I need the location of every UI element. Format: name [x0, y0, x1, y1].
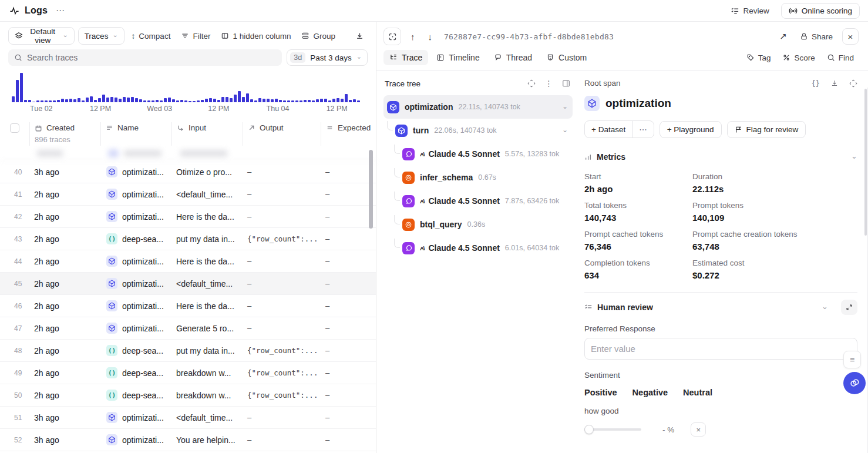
- span-metrics: 7.87s, 63426 tok: [505, 197, 559, 205]
- cell-name: optimizati...: [100, 300, 171, 311]
- review-button[interactable]: Review: [727, 4, 772, 18]
- trace-tree-node[interactable]: infer_schema 0.67s: [383, 166, 573, 189]
- table-row[interactable]: 40 3h ago optimizati... Otimize o pro...…: [0, 161, 376, 183]
- page-menu-button[interactable]: ⋯: [56, 5, 65, 16]
- table-row[interactable]: 48 2h ago () deep-sea... put my data in.…: [0, 340, 376, 362]
- column-header-input[interactable]: Input: [171, 122, 243, 146]
- assistant-logo-button[interactable]: [843, 372, 866, 394]
- trace-tree-node[interactable]: btql_query 0.36s: [383, 213, 573, 236]
- slider-thumb[interactable]: [584, 425, 594, 434]
- page-title: Logs: [25, 5, 48, 16]
- dataset-more-button[interactable]: ⋯: [632, 121, 654, 137]
- trace-tree-node[interactable]: A\Claude 4.5 Sonnet 6.01s, 64034 tok: [383, 236, 573, 260]
- move-icon[interactable]: [527, 79, 536, 88]
- group-button[interactable]: Group: [298, 29, 339, 43]
- trace-tree-pane: Trace tree ⋮ optimization 22.11s, 140743…: [376, 71, 576, 453]
- cell-name: optimizati...: [100, 166, 171, 177]
- tab-timeline[interactable]: Timeline: [430, 50, 485, 65]
- table-row[interactable]: 47 2h ago optimizati... Generate 5 ro...…: [0, 317, 376, 340]
- hidden-columns-button[interactable]: 1 hidden column: [217, 29, 294, 43]
- column-header-output[interactable]: Output: [243, 122, 321, 146]
- chevron-down-icon[interactable]: ⌄: [562, 103, 568, 110]
- tree-connector: [394, 239, 400, 248]
- table-row[interactable]: 41 2h ago optimizati... <default_time...…: [0, 183, 376, 206]
- view-json-button[interactable]: {}: [812, 79, 820, 88]
- sentiment-option-neutral[interactable]: Neutral: [683, 388, 712, 397]
- table-row[interactable]: 49 2h ago () deep-sea... breakdown w... …: [0, 362, 376, 384]
- move-icon[interactable]: [849, 79, 857, 88]
- focus-span-button[interactable]: [383, 28, 401, 45]
- trace-tree-node[interactable]: A\Claude 4.5 Sonnet 5.57s, 13283 tok: [383, 142, 573, 166]
- table-row[interactable]: 52 3h ago optimizati... You are helpin..…: [0, 429, 376, 451]
- task-icon: [387, 101, 399, 113]
- cell-expected: –: [321, 190, 376, 199]
- score-button[interactable]: Score: [778, 51, 819, 65]
- table-row[interactable]: 46 2h ago optimizati... Here is the da..…: [0, 295, 376, 317]
- cell-input: Here is the da...: [171, 212, 243, 222]
- histogram-bar: [275, 99, 278, 102]
- open-fullscreen-button[interactable]: ↗: [776, 30, 790, 43]
- cell-created: 2h ago: [29, 257, 100, 266]
- previous-trace-button[interactable]: ↑: [407, 31, 419, 43]
- online-scoring-button[interactable]: Online scoring: [781, 3, 860, 19]
- trace-histogram[interactable]: Tue 0212 PMWed 0312 PMThu 0412 PM: [0, 69, 376, 115]
- text-lines-icon: [106, 124, 113, 132]
- preferred-response-input[interactable]: [584, 338, 857, 360]
- trace-tree-node[interactable]: A\Claude 4.5 Sonnet 7.87s, 63426 tok: [383, 189, 573, 213]
- column-header-created[interactable]: Created 896 traces: [29, 122, 100, 146]
- collapse-review-button[interactable]: ⌄: [822, 303, 828, 310]
- clear-score-button[interactable]: ×: [691, 422, 706, 437]
- chevron-down-icon[interactable]: ⌄: [562, 126, 568, 133]
- span-name: btql_query: [420, 220, 462, 229]
- view-selector[interactable]: Default view⌄: [8, 27, 75, 45]
- tab-custom[interactable]: Custom: [540, 50, 593, 65]
- panel-toggle-icon[interactable]: [562, 79, 570, 88]
- table-scrollbar[interactable]: [369, 150, 373, 229]
- time-range-selector[interactable]: 3d Past 3 days ⌄: [287, 49, 368, 66]
- score-slider[interactable]: [584, 425, 641, 434]
- sentiment-option-negative[interactable]: Negative: [633, 388, 668, 397]
- next-trace-button[interactable]: ↓: [425, 31, 436, 43]
- table-row[interactable]: 50 2h ago () deep-sea... breakdown w... …: [0, 384, 376, 407]
- trace-tree-node[interactable]: turn 22.06s, 140743 tok ⌄: [383, 119, 573, 142]
- table-row[interactable]: 51 3h ago optimizati... <default_time...…: [0, 407, 376, 429]
- table-row[interactable]: 45 2h ago optimizati... <default_time...…: [0, 273, 376, 295]
- table-row[interactable]: 44 2h ago optimizati... Here is the da..…: [0, 250, 376, 273]
- task-icon: [106, 256, 117, 267]
- find-button[interactable]: Find: [822, 51, 859, 65]
- filter-button[interactable]: Filter: [177, 29, 214, 43]
- histogram-bar: [300, 100, 302, 102]
- sentiment-option-positive[interactable]: Positive: [584, 388, 617, 397]
- search-input[interactable]: [27, 53, 276, 62]
- tree-menu-icon[interactable]: ⋮: [545, 79, 553, 88]
- column-header-name[interactable]: Name: [100, 122, 171, 146]
- export-button[interactable]: [352, 29, 368, 43]
- metric-label: Prompt tokens: [692, 201, 857, 210]
- open-in-playground-button[interactable]: + Playground: [660, 121, 722, 138]
- trace-tree-node[interactable]: optimization 22.11s, 140743 tok ⌄: [383, 95, 573, 119]
- column-header-expected[interactable]: Expected: [321, 122, 376, 146]
- compact-toggle[interactable]: ↕ Compact: [128, 29, 174, 43]
- metric-label: Estimated cost: [692, 259, 857, 267]
- collapse-metrics-button[interactable]: ⌄: [851, 152, 857, 160]
- download-span-button[interactable]: [830, 79, 839, 88]
- close-panel-button[interactable]: ×: [842, 28, 859, 45]
- add-to-dataset-button[interactable]: + Dataset: [585, 121, 632, 137]
- detail-scrollbar[interactable]: [864, 89, 867, 236]
- tag-button[interactable]: Tag: [742, 51, 776, 65]
- search-traces-box[interactable]: [8, 49, 282, 66]
- tab-thread[interactable]: Thread: [488, 50, 538, 65]
- share-button[interactable]: Share: [796, 30, 836, 43]
- table-row[interactable]: 43 2h ago () deep-sea... put my data in.…: [0, 228, 376, 250]
- tab-trace[interactable]: Trace: [383, 50, 428, 65]
- expand-review-button[interactable]: [841, 300, 857, 315]
- traces-selector[interactable]: Traces⌄: [78, 27, 125, 45]
- select-all-checkbox[interactable]: [10, 123, 19, 133]
- flag-for-review-button[interactable]: Flag for review: [727, 121, 806, 138]
- equals-icon: [326, 124, 334, 132]
- cell-input: breakdown w...: [171, 368, 243, 378]
- side-menu-button[interactable]: ≡: [843, 351, 861, 368]
- table-row[interactable]: 42 2h ago optimizati... Here is the da..…: [0, 206, 376, 228]
- histogram-bar: [316, 99, 319, 102]
- metric-item: Duration 22.112s: [692, 172, 857, 194]
